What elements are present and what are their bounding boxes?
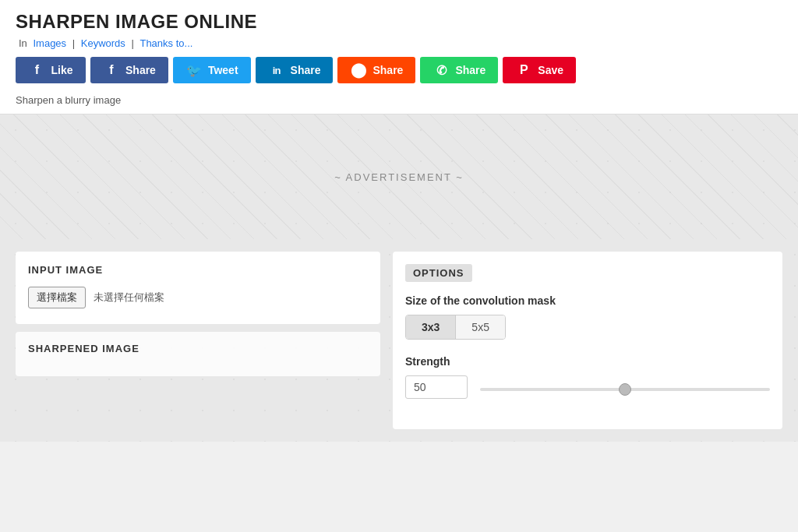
strength-label: Strength xyxy=(405,355,770,368)
whatsapp-button[interactable]: ✆ Share xyxy=(420,57,498,83)
ad-text: ~ ADVERTISEMENT ~ xyxy=(334,171,464,183)
twitter-icon: 🐦 xyxy=(185,62,203,79)
social-buttons-row: f Like f Share 🐦 Tweet in Share ⬤ Share … xyxy=(16,57,782,83)
breadcrumb-prefix: In xyxy=(19,37,27,49)
mask-3x3-button[interactable]: 3x3 xyxy=(406,315,456,339)
file-input-row: 選擇檔案 未選擇任何檔案 xyxy=(28,287,368,308)
strength-slider[interactable] xyxy=(480,388,770,391)
mask-5x5-button[interactable]: 5x5 xyxy=(456,315,505,339)
breadcrumb-sep1: | xyxy=(72,37,78,49)
linkedin-button[interactable]: in Share xyxy=(256,57,334,83)
options-title: OPTIONS xyxy=(405,264,472,282)
breadcrumb: In Images | Keywords | Thanks to... xyxy=(16,37,782,49)
fb-like-button[interactable]: f Like xyxy=(16,57,86,83)
sharpened-image-title: SHARPENED IMAGE xyxy=(28,343,368,354)
file-choose-button[interactable]: 選擇檔案 xyxy=(28,287,86,308)
fb-share-icon: f xyxy=(103,62,120,79)
options-panel: OPTIONS Size of the convolution mask 3x3… xyxy=(393,252,782,429)
slider-container xyxy=(480,381,770,393)
sharpened-image-panel: SHARPENED IMAGE xyxy=(16,332,380,376)
breadcrumb-images[interactable]: Images xyxy=(33,37,66,49)
tagline: Sharpen a blurry image xyxy=(16,91,782,106)
strength-row xyxy=(405,375,770,399)
strength-input[interactable] xyxy=(405,375,468,399)
file-name-label: 未選擇任何檔案 xyxy=(94,291,164,305)
mask-buttons-group: 3x3 5x5 xyxy=(405,315,506,340)
reddit-icon: ⬤ xyxy=(350,62,367,79)
pinterest-button[interactable]: P Save xyxy=(503,57,576,83)
ad-banner: ~ ADVERTISEMENT ~ xyxy=(0,115,798,239)
pinterest-label: Save xyxy=(538,64,563,76)
whatsapp-icon: ✆ xyxy=(433,62,450,79)
whatsapp-label: Share xyxy=(455,64,486,76)
fb-like-label: Like xyxy=(51,64,72,76)
fb-like-icon: f xyxy=(28,62,45,79)
main-content: INPUT IMAGE 選擇檔案 未選擇任何檔案 SHARPENED IMAGE… xyxy=(0,239,798,442)
pinterest-icon: P xyxy=(515,62,532,79)
input-image-panel: INPUT IMAGE 選擇檔案 未選擇任何檔案 xyxy=(16,252,380,324)
reddit-button[interactable]: ⬤ Share xyxy=(337,57,415,83)
breadcrumb-keywords[interactable]: Keywords xyxy=(81,37,125,49)
reddit-label: Share xyxy=(373,64,403,76)
mask-size-label: Size of the convolution mask xyxy=(405,294,770,307)
top-bar: SHARPEN IMAGE ONLINE In Images | Keyword… xyxy=(0,0,798,115)
linkedin-label: Share xyxy=(291,64,321,76)
input-image-title: INPUT IMAGE xyxy=(28,264,368,276)
fb-share-label: Share xyxy=(125,64,156,76)
twitter-button[interactable]: 🐦 Tweet xyxy=(173,57,251,83)
page-title: SHARPEN IMAGE ONLINE xyxy=(16,11,782,33)
fb-share-button[interactable]: f Share xyxy=(90,57,168,83)
breadcrumb-sep2: | xyxy=(131,37,136,49)
linkedin-icon: in xyxy=(268,62,285,79)
twitter-label: Tweet xyxy=(208,64,238,76)
breadcrumb-thanks[interactable]: Thanks to... xyxy=(139,37,192,49)
